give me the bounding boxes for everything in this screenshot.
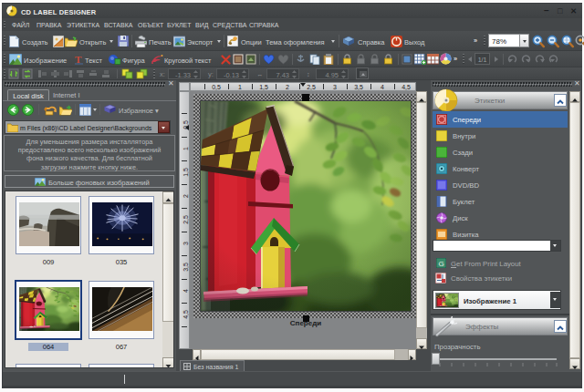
svg-text:0,5: 0,5 bbox=[212, 84, 221, 90]
svg-text:2: 2 bbox=[286, 84, 289, 90]
svg-text:1: 1 bbox=[238, 84, 242, 90]
svg-text:3,5: 3,5 bbox=[182, 263, 189, 272]
svg-text:3: 3 bbox=[333, 84, 337, 90]
svg-text:3,5: 3,5 bbox=[354, 84, 363, 90]
svg-text:2,5: 2,5 bbox=[307, 84, 316, 90]
svg-text:T: T bbox=[75, 54, 82, 65]
svg-text:4: 4 bbox=[381, 84, 384, 90]
svg-text:1,5: 1,5 bbox=[259, 84, 268, 90]
svg-text:4: 4 bbox=[182, 289, 189, 293]
svg-text:1,5: 1,5 bbox=[182, 168, 189, 177]
svg-text:1: 1 bbox=[182, 147, 189, 150]
svg-text:G: G bbox=[439, 260, 444, 268]
svg-text:2,5: 2,5 bbox=[182, 215, 189, 224]
svg-text:4,5: 4,5 bbox=[402, 84, 411, 90]
svg-text:3: 3 bbox=[182, 242, 189, 245]
svg-text:4,5: 4,5 bbox=[182, 310, 189, 319]
svg-text:2: 2 bbox=[182, 194, 189, 198]
